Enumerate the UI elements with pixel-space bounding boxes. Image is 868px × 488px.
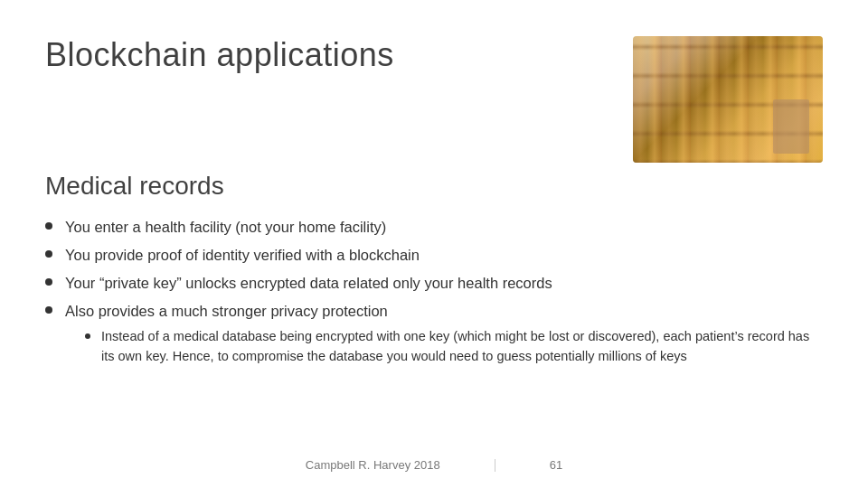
sub-bullet-list: Instead of a medical database being encr… bbox=[85, 327, 823, 367]
bullet-icon bbox=[45, 278, 52, 286]
footer: Campbell R. Harvey 2018 61 bbox=[0, 458, 868, 472]
bullet-text: Also provides a much stronger privacy pr… bbox=[65, 303, 388, 319]
sub-bullet-text: Instead of a medical database being encr… bbox=[101, 327, 823, 367]
header-area: Blockchain applications bbox=[45, 36, 823, 163]
bullet-list: You enter a health facility (not your ho… bbox=[45, 217, 823, 367]
footer-divider bbox=[495, 459, 495, 472]
footer-page: 61 bbox=[550, 458, 562, 472]
bullet-icon bbox=[45, 250, 52, 258]
list-item: Also provides a much stronger privacy pr… bbox=[45, 301, 823, 367]
bullet-icon bbox=[45, 306, 52, 314]
list-item: Instead of a medical database being encr… bbox=[85, 327, 823, 367]
list-item: Your “private key” unlocks encrypted dat… bbox=[45, 273, 823, 294]
list-item: You enter a health facility (not your ho… bbox=[45, 217, 823, 238]
slide: Blockchain applications Medical records … bbox=[0, 0, 868, 488]
bullet-text: Your “private key” unlocks encrypted dat… bbox=[65, 273, 552, 294]
bullet-text: You provide proof of identity verified w… bbox=[65, 245, 420, 266]
bullet-with-sub: Also provides a much stronger privacy pr… bbox=[65, 301, 823, 367]
bullet-icon bbox=[45, 222, 52, 230]
sub-bullet-icon bbox=[85, 333, 90, 339]
header-image bbox=[633, 36, 823, 163]
list-item: You provide proof of identity verified w… bbox=[45, 245, 823, 266]
bullet-text: You enter a health facility (not your ho… bbox=[65, 217, 386, 238]
slide-subtitle: Medical records bbox=[45, 172, 823, 201]
slide-title: Blockchain applications bbox=[45, 36, 394, 74]
footer-author: Campbell R. Harvey 2018 bbox=[306, 458, 440, 472]
